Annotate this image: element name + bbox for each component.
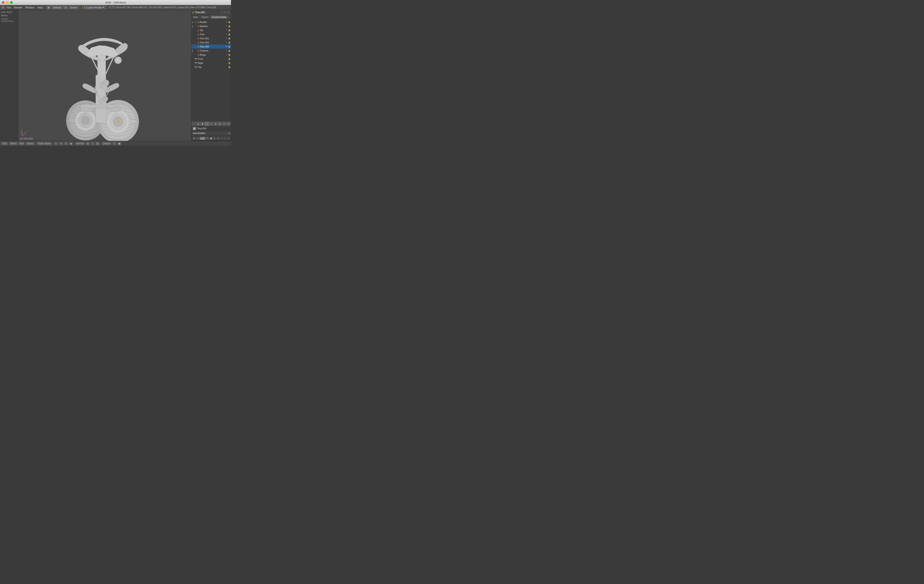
status-bar: View Select Add Object Object Mode ⊙ ✛ ⊡… (0, 141, 231, 146)
list-item-wings[interactable]: ▶ ⊛ Wings 👁 🔒 (191, 53, 231, 57)
list-item-rudder[interactable]: ▶ 👁 ⊛ Rudder 👁 🔒 (191, 20, 231, 24)
close-button[interactable] (2, 1, 5, 4)
main-layout: User Ortho Meters SStatus: UNDEFINED (0, 10, 231, 141)
outliner-settings[interactable]: + (223, 11, 227, 14)
window-title: A350 - 1000.blend (105, 1, 126, 4)
scene-dropdown[interactable]: Scene (68, 5, 79, 10)
modifier-cage[interactable]: ⊡ (217, 137, 219, 140)
list-item-tires002[interactable]: ▶ ⊛ Tires.002 👁 🔒 (191, 40, 231, 44)
list-item-tail[interactable]: ▶ ⊛ Tail 👁 🔒 (191, 28, 231, 32)
particles-icon[interactable]: ✦ (222, 122, 226, 126)
list-item-turbines[interactable]: ▶ ⊛ Turbines 👁 🔒 (191, 49, 231, 53)
texture-icon[interactable]: ⊞ (218, 122, 222, 126)
maximize-button[interactable] (10, 1, 13, 4)
view-mode-label: User Ortho (1, 11, 17, 13)
render-menu[interactable]: Render (13, 6, 24, 9)
file-menu[interactable]: File (5, 6, 12, 9)
move-icon[interactable]: ✛ (59, 142, 63, 145)
outliner-type-icon: ⊞ (192, 11, 194, 14)
properties-icons: 🎥 ▲ ◉ □ ⊿ ◈ ⊞ ✦ ⚙ (191, 121, 231, 126)
last-icon[interactable]: ⊙ (112, 142, 116, 145)
list-item-tires[interactable]: ▶ ⊛ Tires 👁 🔒 (191, 32, 231, 36)
object-icon[interactable]: □ (205, 122, 209, 126)
statusbar-separator-2 (53, 142, 53, 145)
statusbar-separator-3 (74, 142, 74, 145)
modifier-tools: ◀ ☑ Sub 📷 ⬤ ✏ ⊡ ↑ ↓ × (191, 136, 231, 141)
svg-line-35 (22, 132, 26, 135)
outliner-close[interactable]: × (227, 11, 230, 14)
subsurf-modifier[interactable]: Sub (200, 137, 206, 140)
window-controls (2, 1, 13, 4)
render-engine-selector[interactable]: ● Cycles Render ▾ (82, 5, 107, 10)
list-item-front[interactable]: ▶ 📷 Front 🔒 (191, 57, 231, 61)
modifier-delete[interactable]: × (227, 137, 230, 140)
minimize-button[interactable] (6, 1, 9, 4)
status-label: SStatus: UNDEFINED (1, 18, 17, 22)
modifier-toggle[interactable]: ☑ (196, 137, 199, 140)
scene-icon[interactable]: ▤ (63, 5, 68, 10)
modifier-prev[interactable]: ◀ (192, 137, 195, 140)
menu-separator-1 (45, 6, 46, 9)
3d-model-svg (46, 18, 164, 141)
viewport-axes: X Z Y (20, 128, 29, 137)
statusbar-separator-1 (35, 142, 36, 145)
list-item-tires001[interactable]: ▶ ⊛ Tires.001 👁 🔒 (191, 36, 231, 40)
world-icon[interactable]: ◉ (201, 122, 205, 126)
view-btn[interactable]: View (1, 142, 8, 145)
svg-text:X: X (27, 130, 28, 132)
tab-view[interactable]: View (192, 15, 200, 19)
scene-list: ▶ 👁 ⊛ Rudder 👁 🔒 ▶ ⊛ Spoilers 👁 🔒 ▶ ⊛ Ta… (191, 20, 231, 121)
render-icon-1[interactable]: □ (91, 142, 94, 145)
physics-icon[interactable]: ⚙ (226, 122, 231, 126)
outliner-header-icons: - + × (220, 11, 230, 14)
modifier-up[interactable]: ↑ (220, 137, 223, 140)
orient-icon[interactable]: ⊞ (86, 142, 90, 145)
outliner-zoom-in[interactable]: - (220, 11, 223, 14)
select-btn[interactable]: Select (9, 142, 18, 145)
modifier-header: Add Modifier ▾ (191, 131, 231, 136)
snap-icon[interactable]: ⊡ (64, 142, 68, 145)
list-item-right[interactable]: ▶ 📷 Right 🔒 (191, 61, 231, 65)
modifier-render[interactable]: ⬤ (210, 137, 213, 140)
svg-text:Z: Z (21, 128, 22, 130)
object-mode-selector[interactable]: Object Mode (36, 142, 52, 145)
window-menu[interactable]: Window (24, 6, 36, 9)
object-btn[interactable]: Object (26, 142, 35, 145)
modifier-camera[interactable]: 📷 (206, 137, 209, 140)
list-item-top[interactable]: ▶ 📷 Top 🔒 (191, 65, 231, 69)
list-item-spoilers[interactable]: ▶ ⊛ Spoilers 👁 🔒 (191, 24, 231, 28)
modifier-edit[interactable]: ✏ (213, 137, 216, 140)
prop-edit-icon[interactable]: ◉ (69, 142, 73, 145)
left-panel: User Ortho Meters SStatus: UNDEFINED (0, 10, 18, 141)
final-icon[interactable]: ◼ (117, 142, 121, 145)
tab-search[interactable]: Search (200, 15, 210, 19)
modifier-dropdown-icon[interactable]: ▾ (228, 132, 229, 135)
scene-icon[interactable]: ▲ (196, 122, 200, 126)
material-icon[interactable]: ◈ (213, 122, 218, 126)
svg-text:Y: Y (27, 135, 28, 137)
tab-current-scene[interactable]: Current Scene (210, 15, 228, 19)
layout-icon[interactable]: ▦ (46, 5, 51, 10)
data-icon[interactable]: ⊿ (209, 122, 213, 126)
render-icon[interactable]: 🎥 (192, 122, 196, 126)
svg-rect-24 (97, 54, 106, 77)
right-panel: ⊞ Tires.003 - + × View Search Current Sc… (191, 10, 231, 141)
render-icon-2[interactable]: ▤ (95, 142, 100, 145)
svg-point-34 (116, 58, 120, 63)
help-menu[interactable]: Help (36, 6, 44, 9)
units-label: Meters (1, 14, 17, 17)
normal-selector[interactable]: Normal (75, 142, 85, 145)
outliner-title: Tires.003 (195, 11, 219, 14)
closest-selector[interactable]: Closest (102, 142, 111, 145)
viewport[interactable]: X Z Y (1) Tires.003 (18, 10, 191, 141)
add-btn[interactable]: Add (18, 142, 25, 145)
global-icon[interactable]: ⊙ (54, 142, 58, 145)
modifier-down[interactable]: ↓ (223, 137, 226, 140)
obj-type-icon: ⊛ (193, 127, 196, 130)
layout-dropdown[interactable]: Default (51, 5, 63, 10)
outliner-header: ⊞ Tires.003 - + × (191, 10, 231, 15)
list-item-tires003[interactable]: ▶ ⊛ Tires.003 👁 🔒 (191, 44, 231, 49)
svg-point-21 (117, 121, 119, 122)
blender-icon[interactable]: B (1, 5, 5, 10)
top-status-bar: v2.77 | Verts:542,748 | Faces:485,531 | … (109, 6, 216, 9)
